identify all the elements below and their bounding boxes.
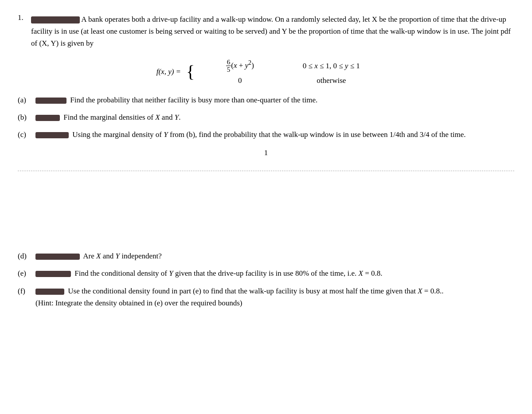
formula-row-2: 0 otherwise (200, 76, 376, 85)
sub-label-c: (c) (18, 129, 32, 141)
redacted-bar-c (35, 132, 69, 138)
sub-content-f: Use the conditional density found in par… (35, 285, 514, 309)
sub-label-a: (a) (18, 94, 32, 106)
divider-space (18, 171, 514, 229)
sub-text-f: Use the conditional density found in par… (68, 287, 443, 295)
sub-text-c: Using the marginal density of Y from (b)… (72, 130, 466, 139)
intro-text: A bank operates both a drive-up facility… (31, 15, 511, 47)
redacted-bar-d (35, 254, 80, 260)
redacted-bar-f (35, 289, 64, 295)
sub-content-c: Using the marginal density of Y from (b)… (35, 129, 514, 141)
sub-problem-c: (c) Using the marginal density of Y from… (18, 129, 514, 141)
sub-text-a: Find the probability that neither facili… (70, 96, 317, 104)
formula-case2-expr: 0 (200, 76, 280, 85)
sub-hint-f: (Hint: Integrate the density obtained in… (35, 299, 242, 307)
page-number: 1 (18, 148, 514, 157)
sub-text-d: Are X and Y independent? (83, 252, 162, 260)
formula-case2-cond: otherwise (287, 76, 376, 85)
redacted-bar-b (35, 115, 60, 121)
sub-problem-f: (f) Use the conditional density found in… (18, 285, 514, 309)
problem-number: 1. (18, 13, 27, 22)
lower-section: (d) Are X and Y independent? (e) Find th… (18, 229, 514, 309)
sub-label-f: (f) (18, 285, 32, 297)
sub-content-a: Find the probability that neither facili… (35, 94, 514, 106)
sub-problems-lower: (d) Are X and Y independent? (e) Find th… (18, 250, 514, 309)
formula-rows: 6 5 (x + y2) 0 ≤ x ≤ 1, 0 ≤ y ≤ 1 0 othe… (200, 59, 376, 85)
sub-content-b: Find the marginal densities of X and Y. (35, 111, 514, 123)
sub-problems-upper: (a) Find the probability that neither fa… (18, 94, 514, 141)
fraction-6-5: 6 5 (226, 59, 231, 74)
sub-content-d: Are X and Y independent? (35, 250, 514, 262)
formula-case1-expr: 6 5 (x + y2) (200, 59, 280, 74)
formula-container: f(x, y) = { 6 5 (x + y2) 0 ≤ x ≤ 1, 0 ≤ … (156, 59, 376, 85)
sub-label-b: (b) (18, 111, 32, 123)
sub-label-d: (d) (18, 250, 32, 262)
problem-header: 1. A bank operates both a drive-up facil… (18, 13, 514, 50)
sub-text-e: Find the conditional density of Y given … (74, 269, 382, 277)
sub-text-b: Find the marginal densities of X and Y. (63, 113, 180, 121)
formula-section: f(x, y) = { 6 5 (x + y2) 0 ≤ x ≤ 1, 0 ≤ … (18, 59, 514, 85)
problem-section-upper: 1. A bank operates both a drive-up facil… (18, 13, 514, 171)
sub-problem-d: (d) Are X and Y independent? (18, 250, 514, 262)
formula-row-1: 6 5 (x + y2) 0 ≤ x ≤ 1, 0 ≤ y ≤ 1 (200, 59, 376, 74)
sub-problem-b: (b) Find the marginal densities of X and… (18, 111, 514, 123)
redacted-bar-a (35, 98, 66, 104)
sub-label-e: (e) (18, 267, 32, 279)
formula-label: f(x, y) = (156, 67, 181, 76)
sub-problem-e: (e) Find the conditional density of Y gi… (18, 267, 514, 279)
brace-left: { (186, 63, 195, 81)
problem-intro-text: A bank operates both a drive-up facility… (31, 13, 514, 50)
redacted-bar-e (35, 271, 71, 277)
sub-content-e: Find the conditional density of Y given … (35, 267, 514, 279)
redacted-bar-1 (31, 15, 81, 23)
sub-problem-a: (a) Find the probability that neither fa… (18, 94, 514, 106)
page-container: 1. A bank operates both a drive-up facil… (0, 0, 532, 414)
formula-case1-cond: 0 ≤ x ≤ 1, 0 ≤ y ≤ 1 (287, 62, 376, 70)
